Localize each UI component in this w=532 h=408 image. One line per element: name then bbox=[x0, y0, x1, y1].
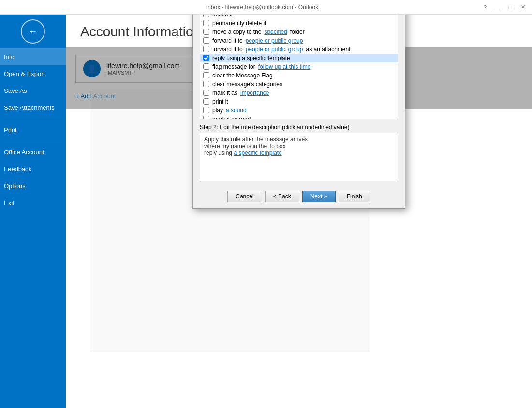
checkbox-clear-flag[interactable]: clear the Message Flag bbox=[200, 71, 398, 80]
app-layout: ← Info Open & Export Save As Save Attach… bbox=[0, 15, 532, 408]
link-importance[interactable]: importance bbox=[240, 90, 269, 96]
sidebar-item-options[interactable]: Options bbox=[0, 178, 66, 195]
finish-button[interactable]: Finish bbox=[339, 191, 370, 202]
link-specified-copy-folder[interactable]: specified bbox=[264, 29, 287, 35]
title-bar-controls: ? — □ ✕ bbox=[481, 3, 527, 12]
checkbox-clear-categories-input[interactable] bbox=[203, 81, 209, 87]
checkbox-permanently-delete-input[interactable] bbox=[203, 20, 209, 26]
sidebar: ← Info Open & Export Save As Save Attach… bbox=[0, 15, 66, 408]
main-content: Account Information 👤 lifewire.help@gmai… bbox=[66, 15, 532, 408]
rules-wizard-dialog: Rules Wizard ✕ What do you want to do wi… bbox=[192, 15, 405, 209]
checkbox-reply-template[interactable]: reply using a specific template bbox=[200, 54, 398, 62]
checkbox-flag-followup[interactable]: flag message for follow up at this time bbox=[200, 62, 398, 71]
sidebar-item-office-account[interactable]: Office Account bbox=[0, 144, 66, 161]
maximize-button[interactable]: □ bbox=[506, 3, 515, 12]
help-button[interactable]: ? bbox=[481, 3, 489, 12]
sidebar-item-save-attachments[interactable]: Save Attachments bbox=[0, 99, 66, 116]
checkbox-mark-read-input[interactable] bbox=[203, 116, 209, 119]
checkbox-mark-read[interactable]: mark it as read bbox=[200, 115, 398, 119]
checkbox-move-copy[interactable]: move a copy to the specified folder bbox=[200, 28, 398, 36]
checkbox-print-input[interactable] bbox=[203, 98, 209, 105]
checkbox-move-copy-input[interactable] bbox=[203, 29, 209, 35]
next-button[interactable]: Next > bbox=[302, 191, 336, 202]
step2-line3: reply using a specific template bbox=[204, 150, 394, 156]
minimize-button[interactable]: — bbox=[493, 3, 502, 12]
checkbox-print[interactable]: print it bbox=[200, 97, 398, 106]
link-people-public-group-attach[interactable]: people or public group bbox=[246, 46, 303, 53]
back-icon: ← bbox=[29, 27, 37, 37]
cancel-button[interactable]: Cancel bbox=[227, 191, 262, 202]
checkbox-mark-importance[interactable]: mark it as importance bbox=[200, 89, 398, 97]
checkbox-permanently-delete[interactable]: permanently delete it bbox=[200, 19, 398, 28]
step2-line2: where my name is in the To box bbox=[204, 143, 394, 150]
sidebar-item-open-export[interactable]: Open & Export bbox=[0, 65, 66, 82]
title-bar: Inbox - lifewire.help@outlook.com - Outl… bbox=[0, 0, 532, 15]
step2-line1: Apply this rule after the message arrive… bbox=[204, 136, 394, 143]
dialog-footer: Cancel < Back Next > Finish bbox=[193, 187, 405, 208]
checkbox-clear-categories[interactable]: clear message's categories bbox=[200, 80, 398, 89]
link-specific-template[interactable]: a specific template bbox=[234, 150, 281, 156]
checkbox-reply-template-input[interactable] bbox=[203, 55, 209, 61]
link-people-public-group[interactable]: people or public group bbox=[246, 37, 303, 44]
action-checkbox-list: move it to the specified folder assign i… bbox=[200, 15, 398, 119]
back-button-dialog[interactable]: < Back bbox=[265, 191, 299, 202]
checkbox-forward-attachment-input[interactable] bbox=[203, 46, 209, 52]
checkbox-delete-input[interactable] bbox=[203, 15, 209, 17]
sidebar-divider-1 bbox=[4, 119, 62, 119]
close-button[interactable]: ✕ bbox=[518, 3, 527, 12]
back-button[interactable]: ← bbox=[21, 19, 45, 44]
link-follow-up[interactable]: follow up at this time bbox=[258, 63, 311, 70]
checkbox-delete[interactable]: delete it bbox=[200, 15, 398, 19]
checkbox-clear-flag-input[interactable] bbox=[203, 72, 209, 78]
sidebar-divider-2 bbox=[4, 141, 62, 141]
sidebar-item-feedback[interactable]: Feedback bbox=[0, 161, 66, 178]
link-a-sound[interactable]: a sound bbox=[226, 107, 247, 114]
checkbox-forward-people-input[interactable] bbox=[203, 37, 209, 44]
step2-label: Step 2: Edit the rule description (click… bbox=[200, 124, 398, 131]
modal-overlay: Rules Wizard ✕ What do you want to do wi… bbox=[66, 47, 532, 109]
checkbox-play-sound[interactable]: play a sound bbox=[200, 106, 398, 115]
sidebar-item-info[interactable]: Info bbox=[0, 48, 66, 65]
checkbox-flag-followup-input[interactable] bbox=[203, 63, 209, 70]
checkbox-play-sound-input[interactable] bbox=[203, 107, 209, 113]
step2-description: Apply this rule after the message arrive… bbox=[200, 133, 398, 181]
checkbox-mark-importance-input[interactable] bbox=[203, 90, 209, 96]
title-bar-text: Inbox - lifewire.help@outlook.com - Outl… bbox=[44, 4, 481, 11]
content-area: 👤 lifewire.help@gmail.com IMAP/SMTP + Ad… bbox=[66, 47, 532, 109]
sidebar-item-print[interactable]: Print bbox=[0, 121, 66, 138]
dialog-body: What do you want to do with the message?… bbox=[193, 15, 405, 187]
checkbox-forward-people[interactable]: forward it to people or public group bbox=[200, 36, 398, 45]
sidebar-item-exit[interactable]: Exit bbox=[0, 195, 66, 212]
checkbox-forward-attachment[interactable]: forward it to people or public group as … bbox=[200, 45, 398, 54]
sidebar-item-save-as[interactable]: Save As bbox=[0, 82, 66, 99]
